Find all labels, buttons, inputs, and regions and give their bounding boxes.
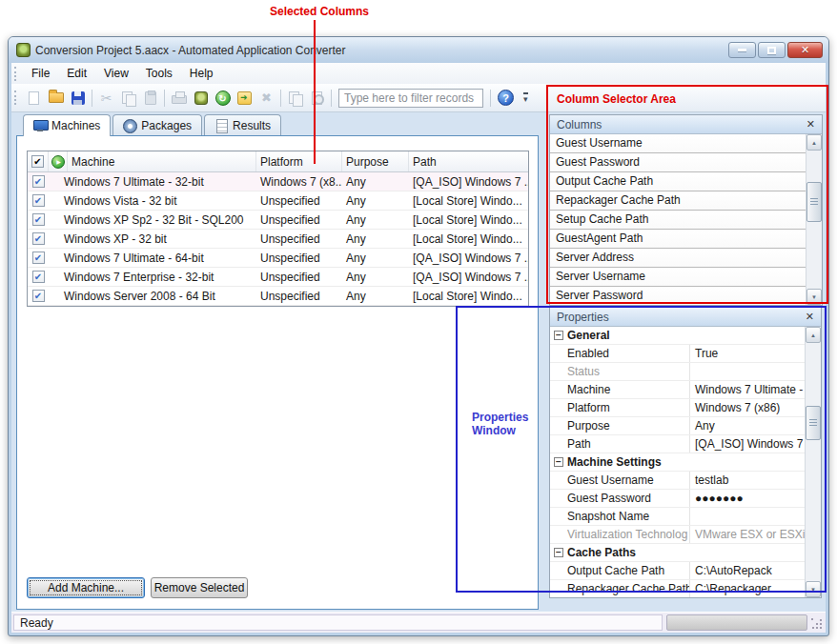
window-controls: ✕ xyxy=(726,42,823,58)
status-text-pane: Ready xyxy=(13,614,663,631)
titlebar[interactable]: Conversion Project 5.aacx - Automated Ap… xyxy=(9,37,828,63)
toolbar-save-button[interactable] xyxy=(67,87,89,109)
toolbar-delete-button[interactable] xyxy=(255,87,277,109)
annotation-selected-columns-label: Selected Columns xyxy=(270,5,369,18)
toolbar-package-button[interactable] xyxy=(190,87,212,109)
tab-label: Results xyxy=(233,119,271,132)
annotation-column-selector-box xyxy=(546,85,828,304)
toolbar-overflow-button[interactable]: ▾ xyxy=(523,92,528,103)
tab-icon xyxy=(214,120,228,131)
minimize-button[interactable] xyxy=(728,42,756,58)
cell-platform: Unspecified xyxy=(256,271,342,284)
resize-grip-icon[interactable] xyxy=(811,618,823,630)
row-checkbox-cell: ✔ xyxy=(28,271,49,283)
menu-view[interactable]: View xyxy=(95,65,137,82)
row-checkbox[interactable]: ✔ xyxy=(32,290,45,302)
tab-icon xyxy=(33,120,47,131)
menu-edit[interactable]: Edit xyxy=(58,65,95,82)
help-button[interactable]: ? xyxy=(498,90,514,106)
toolbar-open-button[interactable] xyxy=(45,87,67,109)
cell-platform: Unspecified xyxy=(256,252,342,265)
tab-packages[interactable]: Packages xyxy=(112,114,202,135)
toolbar-icon xyxy=(215,91,231,106)
annotation-properties-window-label: Properties Window xyxy=(472,411,535,437)
row-checkbox-cell: ✔ xyxy=(28,252,49,264)
row-checkbox[interactable]: ✔ xyxy=(32,175,45,188)
cell-path: [QA_ISO] Windows 7 ... xyxy=(409,271,528,284)
cell-path: [Local Store] Windo... xyxy=(409,213,528,227)
progress-bar xyxy=(666,614,807,631)
toolbar-import-button[interactable] xyxy=(234,87,255,109)
cell-path: [Local Store] Windo... xyxy=(409,232,528,246)
cell-path: [QA_ISO] Windows 7 ... xyxy=(409,252,528,265)
row-checkbox[interactable]: ✔ xyxy=(32,194,45,207)
machine-row[interactable]: ✔ Windows Server 2008 - 64 Bit Unspecifi… xyxy=(28,287,528,306)
toolbar-refresh-button[interactable] xyxy=(212,87,234,109)
column-header-path[interactable]: Path xyxy=(409,151,528,171)
row-checkbox-cell: ✔ xyxy=(28,232,49,245)
toolbar-new-button[interactable] xyxy=(23,87,45,109)
toolbar-icon xyxy=(237,91,252,105)
machines-table: ✔ ▶ Machine Platform Purpose Path ✔ Wind… xyxy=(27,151,529,307)
machine-row[interactable]: ✔ Windows 7 Ultimate - 64-bit Unspecifie… xyxy=(28,249,528,268)
remove-selected-button[interactable]: Remove Selected xyxy=(151,577,248,598)
filter-records-input[interactable] xyxy=(338,89,483,108)
row-checkbox-cell: ✔ xyxy=(28,194,49,207)
toolbar-separator-button xyxy=(164,90,165,107)
menu-help[interactable]: Help xyxy=(181,65,222,82)
menu-grip-icon[interactable] xyxy=(14,67,18,81)
add-machine-button[interactable]: Add Machine... xyxy=(27,577,145,598)
app-icon xyxy=(16,43,31,57)
toolbar-icon xyxy=(71,91,85,105)
cell-purpose: Any xyxy=(342,194,409,208)
maximize-button[interactable] xyxy=(758,42,786,58)
cell-machine: Windows XP Sp2 - 32 Bit - SQL200 xyxy=(49,213,256,227)
toolbar-icon xyxy=(29,91,39,105)
machine-row[interactable]: ✔ Windows Vista - 32 bit Unspecified Any… xyxy=(28,191,528,211)
toolbar-grip-icon[interactable] xyxy=(14,91,18,105)
toolbar-icon xyxy=(145,91,156,105)
cell-purpose: Any xyxy=(342,175,409,189)
row-checkbox[interactable]: ✔ xyxy=(32,213,45,226)
menu-bar: File Edit View Tools Help xyxy=(11,63,826,84)
cell-machine: Windows Vista - 32 bit xyxy=(49,194,256,208)
select-all-checkbox[interactable]: ✔ xyxy=(31,155,44,168)
toolbar-duplicate-button[interactable] xyxy=(284,87,306,109)
cell-machine: Windows 7 Ultimate - 32-bit xyxy=(49,175,256,189)
toolbar-print-button[interactable] xyxy=(168,87,190,109)
row-checkbox-cell: ✔ xyxy=(28,213,49,226)
select-all-cell: ✔ xyxy=(28,151,49,171)
annotation-properties-window-box xyxy=(456,306,827,593)
cell-purpose: Any xyxy=(342,271,409,284)
machine-row[interactable]: ✔ Windows 7 Ultimate - 32-bit Windows 7 … xyxy=(28,172,528,191)
tab-results[interactable]: Results xyxy=(204,114,281,135)
cell-path: [Local Store] Windo... xyxy=(409,194,528,208)
cell-purpose: Any xyxy=(342,290,409,303)
toolbar-copy-button[interactable] xyxy=(117,87,139,109)
toolbar-cut-button[interactable] xyxy=(95,87,117,109)
row-checkbox[interactable]: ✔ xyxy=(32,271,45,283)
minimize-icon xyxy=(738,49,746,51)
cell-purpose: Any xyxy=(342,252,409,265)
tab-icon xyxy=(123,120,136,131)
toolbar-icon xyxy=(289,91,302,105)
menu-file[interactable]: File xyxy=(23,65,58,82)
row-checkbox[interactable]: ✔ xyxy=(32,252,45,264)
machine-row[interactable]: ✔ Windows XP Sp2 - 32 Bit - SQL200 Unspe… xyxy=(28,211,528,230)
column-header-platform[interactable]: Platform xyxy=(256,151,342,171)
close-button[interactable]: ✕ xyxy=(787,42,823,58)
toolbar-paste-button[interactable] xyxy=(139,87,161,109)
cell-platform: Unspecified xyxy=(256,213,342,227)
cell-platform: Unspecified xyxy=(256,232,342,246)
column-header-machine[interactable]: Machine xyxy=(68,151,256,171)
machine-row[interactable]: ✔ Windows XP - 32 bit Unspecified Any [L… xyxy=(28,230,528,249)
menu-tools[interactable]: Tools xyxy=(137,65,181,82)
column-header-purpose[interactable]: Purpose xyxy=(342,151,409,171)
screenshot-root: Conversion Project 5.aacx - Automated Ap… xyxy=(0,0,837,644)
toolbar-find-button[interactable] xyxy=(306,87,328,109)
tab-machines[interactable]: Machines xyxy=(23,114,111,136)
toolbar-separator-button xyxy=(92,90,92,107)
machine-row[interactable]: ✔ Windows 7 Enterprise - 32-bit Unspecif… xyxy=(28,268,528,287)
toolbar-icon xyxy=(194,91,208,105)
row-checkbox[interactable]: ✔ xyxy=(32,232,45,245)
